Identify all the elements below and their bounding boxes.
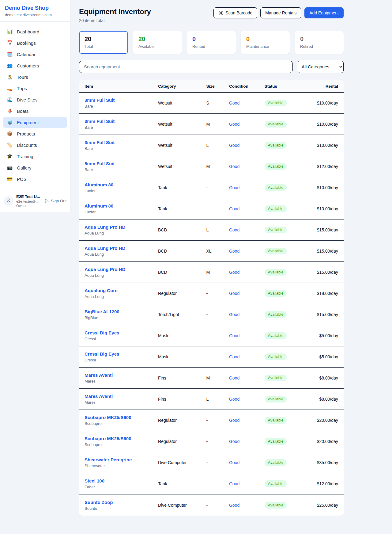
table-row: 5mm Full Suit Bare Wetsuit M Good Availa… <box>79 156 344 177</box>
status-cell: Available <box>265 121 310 128</box>
status-badge: Available <box>265 417 287 424</box>
item-cell: Aluminum 80 Luxfer <box>85 182 158 193</box>
sidebar-item-trips[interactable]: 🚤 Trips <box>3 83 67 94</box>
trips-icon: 🚤 <box>7 86 13 91</box>
stat-card[interactable]: 0 Retired <box>295 31 344 54</box>
sidebar-item-tours[interactable]: 🏝️ Tours <box>3 71 67 82</box>
condition-link[interactable]: Good <box>229 439 265 444</box>
condition-link[interactable]: Good <box>229 460 265 465</box>
condition-link[interactable]: Good <box>229 101 265 105</box>
item-name-link[interactable]: Scubapro MK25/S600 <box>85 415 158 420</box>
add-equipment-button[interactable]: Add Equipment <box>304 7 344 18</box>
sidebar-item-gallery[interactable]: 📷 Gallery <box>3 162 67 173</box>
item-name-link[interactable]: Suunto Zoop <box>85 500 158 505</box>
condition-link[interactable]: Good <box>229 164 265 169</box>
condition-link[interactable]: Good <box>229 249 265 254</box>
sidebar-item-products[interactable]: 📦 Products <box>3 128 67 139</box>
sidebar-item-pos[interactable]: 💳 POS <box>3 174 67 185</box>
sidebar-item-training[interactable]: 🎓 Training <box>3 151 67 162</box>
item-name-link[interactable]: 3mm Full Suit <box>85 97 158 103</box>
item-name-link[interactable]: Aqua Lung Pro HD <box>85 224 158 230</box>
sidebar-nav: 📊 Dashboard 📅 Bookings 🗓️ Calendar 👥 Cus… <box>0 22 70 190</box>
sidebar-item-calendar[interactable]: 🗓️ Calendar <box>3 49 67 60</box>
item-name-link[interactable]: Aluminum 80 <box>85 182 158 187</box>
sidebar-item-discounts[interactable]: 🏷️ Discounts <box>3 139 67 151</box>
nav-label: Equipment <box>17 120 39 125</box>
rental-cell: $35.00/day <box>310 460 338 465</box>
item-brand: Bare <box>85 125 158 130</box>
manage-rentals-button[interactable]: Manage Rentals <box>260 7 301 18</box>
item-name-link[interactable]: Aqua Lung Pro HD <box>85 267 158 272</box>
condition-link[interactable]: Good <box>229 206 265 211</box>
nav-label: Trips <box>17 86 27 91</box>
sidebar-item-dive-sites[interactable]: 🌊 Dive Sites <box>3 94 67 105</box>
category-select[interactable]: All Categories <box>298 61 344 73</box>
item-name-link[interactable]: Aqualung Core <box>85 288 158 293</box>
stat-card[interactable]: 0 Maintenance <box>241 31 290 54</box>
category-cell: Regulator <box>158 291 206 296</box>
item-cell: Aqua Lung Pro HD Aqua Lung <box>85 267 158 278</box>
sidebar-item-dashboard[interactable]: 📊 Dashboard <box>3 26 67 37</box>
item-brand: Aqua Lung <box>85 252 158 257</box>
stat-card[interactable]: 0 Rented <box>187 31 236 54</box>
condition-link[interactable]: Good <box>229 333 265 338</box>
sidebar-item-equipment[interactable]: 🤿 Equipment <box>3 117 67 128</box>
rental-cell: $5.00/day <box>310 354 338 359</box>
stat-card[interactable]: 20 Available <box>133 31 182 54</box>
item-brand: Cressi <box>85 358 158 362</box>
item-name-link[interactable]: Aluminum 80 <box>85 203 158 208</box>
condition-link[interactable]: Good <box>229 376 265 380</box>
item-brand: Aqua Lung <box>85 273 158 278</box>
nav-label: Discounts <box>17 143 37 148</box>
item-name-link[interactable]: Mares Avanti <box>85 372 158 378</box>
search-input[interactable] <box>79 61 293 73</box>
item-name-link[interactable]: Scubapro MK25/S600 <box>85 436 158 441</box>
training-icon: 🎓 <box>7 154 13 159</box>
status-cell: Available <box>265 163 310 170</box>
condition-link[interactable]: Good <box>229 270 265 275</box>
item-name-link[interactable]: 5mm Full Suit <box>85 161 158 166</box>
add-equipment-label: Add Equipment <box>309 10 339 15</box>
condition-link[interactable]: Good <box>229 503 265 508</box>
item-name-link[interactable]: Shearwater Peregrine <box>85 457 158 462</box>
condition-link[interactable]: Good <box>229 354 265 359</box>
category-cell: Fins <box>158 376 206 380</box>
avatar <box>4 196 13 206</box>
condition-link[interactable]: Good <box>229 143 265 148</box>
item-name-link[interactable]: BigBlue AL1200 <box>85 309 158 314</box>
sign-out-button[interactable]: Sign Out <box>45 199 66 203</box>
sidebar-item-customers[interactable]: 👥 Customers <box>3 60 67 71</box>
boats-icon: ⛵ <box>7 108 13 114</box>
item-name-link[interactable]: Steel 100 <box>85 478 158 483</box>
item-name-link[interactable]: Cressi Big Eyes <box>85 351 158 357</box>
status-badge: Available <box>265 375 287 381</box>
item-name-link[interactable]: Mares Avanti <box>85 394 158 399</box>
stat-value: 20 <box>138 36 176 43</box>
category-cell: BCD <box>158 227 206 232</box>
item-name-link[interactable]: Aqua Lung Pro HD <box>85 246 158 251</box>
item-name-link[interactable]: 3mm Full Suit <box>85 140 158 145</box>
sidebar-item-bookings[interactable]: 📅 Bookings <box>3 37 67 48</box>
stat-card[interactable]: 20 Total <box>79 31 128 54</box>
condition-link[interactable]: Good <box>229 312 265 317</box>
sidebar-item-boats[interactable]: ⛵ Boats <box>3 105 67 116</box>
condition-link[interactable]: Good <box>229 481 265 486</box>
table-row: Suunto Zoop Suunto Dive Computer - Good … <box>79 494 344 516</box>
status-badge: Available <box>265 332 287 339</box>
table-header-row: Item Category Size Condition Status Rent… <box>79 80 344 93</box>
condition-link[interactable]: Good <box>229 397 265 402</box>
item-brand: BigBlue <box>85 315 158 320</box>
nav-label: Dive Sites <box>17 97 38 102</box>
condition-link[interactable]: Good <box>229 227 265 232</box>
condition-link[interactable]: Good <box>229 418 265 423</box>
scan-barcode-button[interactable]: Scan Barcode <box>213 7 257 18</box>
condition-link[interactable]: Good <box>229 122 265 127</box>
stat-value: 0 <box>192 36 230 43</box>
condition-link[interactable]: Good <box>229 291 265 296</box>
size-cell: XL <box>206 249 229 254</box>
item-name-link[interactable]: 3mm Full Suit <box>85 119 158 124</box>
condition-link[interactable]: Good <box>229 185 265 190</box>
table-row: Scubapro MK25/S600 Scubapro Regulator - … <box>79 410 344 431</box>
item-name-link[interactable]: Cressi Big Eyes <box>85 330 158 335</box>
main-content: Equipment Inventory 20 items total Scan … <box>70 0 392 525</box>
